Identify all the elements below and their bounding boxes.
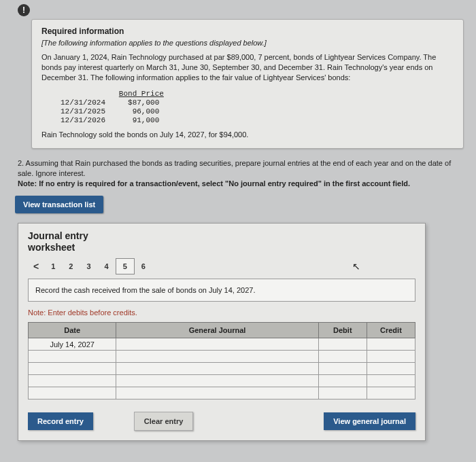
required-info-subtitle: [The following information applies to th… (41, 39, 454, 47)
date-cell[interactable] (29, 363, 116, 375)
account-cell[interactable] (116, 351, 318, 363)
date-cell[interactable] (29, 387, 116, 399)
record-entry-button[interactable]: Record entry (28, 412, 93, 430)
tab-4[interactable]: 4 (98, 259, 116, 274)
debit-credit-note: Note: Enter debits before credits. (28, 308, 415, 317)
debit-cell[interactable] (318, 375, 367, 387)
question-text: 2. Assuming that Rain purchased the bond… (18, 159, 451, 177)
worksheet-title-line1: Journal entry (28, 230, 88, 241)
required-info-card: Required information [The following info… (31, 19, 464, 149)
required-info-title: Required information (41, 26, 454, 36)
debit-cell[interactable] (318, 338, 367, 351)
tab-5[interactable]: 5 (116, 258, 135, 274)
date-cell[interactable] (29, 351, 116, 363)
table-row (29, 363, 415, 375)
tab-2[interactable]: 2 (62, 259, 80, 274)
table-row (29, 351, 415, 363)
bond-header-price: Bond Price (119, 90, 164, 98)
bond-row-price: 91,000 (128, 116, 159, 124)
table-row: July 14, 2027 (29, 338, 415, 351)
account-cell[interactable] (116, 387, 318, 399)
col-header-debit: Debit (318, 323, 367, 338)
debit-cell[interactable] (318, 363, 367, 375)
tab-3[interactable]: 3 (80, 259, 97, 274)
debit-cell[interactable] (318, 387, 367, 399)
worksheet-tab-row: < 1 2 3 4 5 6 ↖ (28, 258, 415, 274)
bond-row-price: 96,000 (128, 107, 159, 116)
credit-cell[interactable] (367, 375, 415, 387)
view-transaction-list-button[interactable]: View transaction list (15, 196, 103, 213)
table-row (29, 375, 415, 387)
date-cell[interactable]: July 14, 2027 (29, 338, 116, 351)
credit-cell[interactable] (367, 363, 415, 375)
bond-row-date: 12/31/2024 (61, 99, 105, 107)
credit-cell[interactable] (367, 338, 415, 351)
col-header-date: Date (29, 323, 116, 338)
account-cell[interactable] (116, 363, 318, 375)
bond-price-table: Bond Price 12/31/2024 $87,000 12/31/2025… (61, 90, 454, 126)
credit-cell[interactable] (367, 387, 415, 399)
alert-icon: ! (18, 4, 30, 16)
col-header-general-journal: General Journal (116, 323, 318, 338)
worksheet-title: Journal entry worksheet (28, 230, 415, 253)
journal-entry-worksheet: Journal entry worksheet < 1 2 3 4 5 6 ↖ … (18, 223, 426, 442)
bond-row-date: 12/31/2026 (61, 116, 105, 124)
worksheet-button-row: Record entry Clear entry View general jo… (28, 412, 415, 431)
chevron-left-icon[interactable]: < (28, 258, 44, 274)
clear-entry-button[interactable]: Clear entry (134, 412, 193, 431)
question-block: 2. Assuming that Rain purchased the bond… (12, 158, 464, 189)
scenario-paragraph: On January 1, 2024, Rain Technology purc… (41, 52, 454, 83)
credit-cell[interactable] (367, 351, 415, 363)
worksheet-title-line2: worksheet (28, 242, 75, 253)
bond-row-date: 12/31/2025 (61, 107, 105, 116)
cursor-icon: ↖ (352, 261, 360, 272)
account-cell[interactable] (116, 375, 318, 387)
account-cell[interactable] (116, 338, 318, 351)
tab-1[interactable]: 1 (44, 259, 62, 274)
tab-6[interactable]: 6 (135, 259, 152, 274)
debit-cell[interactable] (318, 351, 367, 363)
question-note: Note: If no entry is required for a tran… (18, 179, 410, 188)
sold-line: Rain Technology sold the bonds on July 1… (41, 130, 454, 139)
table-row (29, 387, 415, 399)
journal-entry-table: Date General Journal Debit Credit July 1… (28, 322, 415, 399)
instruction-box: Record the cash received from the sale o… (28, 279, 415, 302)
view-general-journal-button[interactable]: View general journal (324, 412, 415, 430)
col-header-credit: Credit (367, 323, 415, 338)
date-cell[interactable] (29, 375, 116, 387)
bond-row-price: $87,000 (128, 99, 159, 107)
